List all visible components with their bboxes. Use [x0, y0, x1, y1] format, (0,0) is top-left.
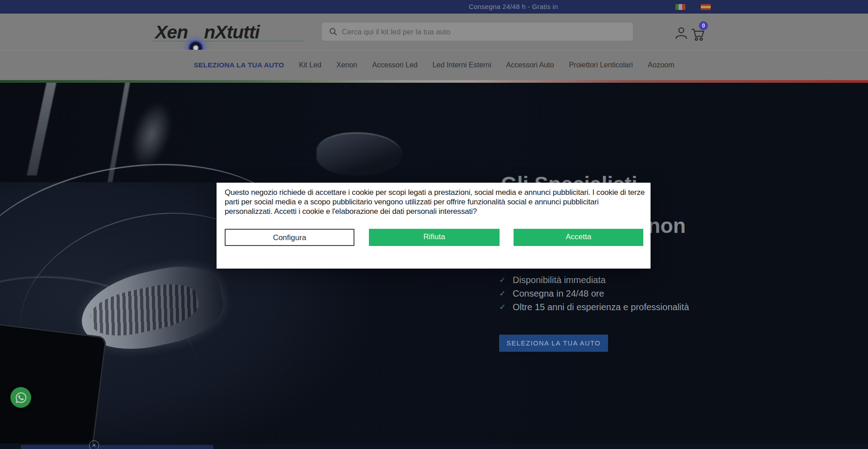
checklist-item-label: Consegna in 24/48 ore	[513, 288, 604, 299]
nav-item-kit-led[interactable]: Kit Led	[299, 61, 321, 69]
header: XenonXtutti 0	[0, 14, 868, 50]
italy-flag-icon[interactable]	[675, 4, 685, 10]
logo[interactable]: XenonXtutti	[155, 22, 259, 44]
nav-item-xenon[interactable]: Xenon	[336, 61, 357, 69]
car-art-shape	[124, 97, 179, 172]
whatsapp-icon	[15, 392, 27, 404]
italian-flag-stripe	[0, 80, 868, 83]
checklist-item: ✓ Oltre 15 anni di esperienza e professi…	[499, 301, 689, 313]
cookie-message-line: personalizzati. Accetti i cookie e l'ela…	[225, 207, 477, 216]
spain-flag-icon[interactable]	[701, 4, 711, 10]
search-input[interactable]	[342, 23, 627, 41]
car-art-shape	[0, 322, 107, 449]
nav-item-accessori-auto[interactable]: Accessori Auto	[506, 61, 554, 69]
car-art-shape	[27, 83, 57, 175]
whatsapp-button[interactable]	[10, 387, 31, 408]
logo-part2: nXtutti	[204, 22, 259, 43]
nav-item-accessori-led[interactable]: Accessori Led	[372, 61, 418, 69]
nav-item-seleziona-auto[interactable]: SELEZIONA LA TUA AUTO	[193, 61, 284, 69]
cart-count-badge: 0	[699, 21, 708, 30]
delivery-message: Consegna 24/48 h - Gratis in	[469, 3, 558, 10]
cookie-message-line: Questo negozio richiede di accettare i c…	[225, 188, 645, 197]
accept-cookies-button[interactable]: Accetta	[514, 229, 643, 246]
select-your-car-button[interactable]: SELEZIONA LA TUA AUTO	[499, 335, 608, 352]
cookie-consent-dialog: Questo negozio richiede di accettare i c…	[217, 183, 651, 269]
nav-item-proiettori-lenticolari[interactable]: Proiettori Lenticolari	[569, 61, 632, 69]
user-account-icon[interactable]	[675, 26, 688, 39]
main-nav: SELEZIONA LA TUA AUTO Kit Led Xenon Acce…	[0, 50, 868, 80]
check-icon: ✓	[499, 288, 513, 298]
checklist-item-label: Disponibilità immediata	[513, 275, 606, 285]
car-art-shape	[316, 132, 402, 175]
topbar: Consegna 24/48 h - Gratis in	[0, 0, 868, 14]
check-icon: ✓	[499, 275, 513, 285]
checklist-item: ✓ Disponibilità immediata	[499, 274, 606, 286]
logo-part1: Xen	[155, 22, 188, 43]
nav-item-aozoom[interactable]: Aozoom	[648, 61, 675, 69]
configure-cookies-button[interactable]: Configura	[225, 229, 354, 246]
close-ad-icon[interactable]: ✕	[89, 440, 99, 449]
check-icon: ✓	[499, 302, 513, 312]
checklist-item: ✓ Consegna in 24/48 ore	[499, 288, 604, 299]
cookie-message-line: parti per social media e a scopo pubblic…	[225, 198, 599, 207]
reject-cookies-button[interactable]: Rifiuta	[369, 229, 500, 246]
bottom-ad-bar	[21, 445, 213, 449]
search-bar	[322, 23, 633, 41]
nav-item-led-interni-esterni[interactable]: Led Interni Esterni	[433, 61, 491, 69]
page: Consegna 24/48 h - Gratis in XenonXtutti…	[0, 0, 868, 449]
checklist-item-label: Oltre 15 anni di esperienza e profession…	[513, 302, 689, 312]
search-icon	[329, 28, 337, 36]
